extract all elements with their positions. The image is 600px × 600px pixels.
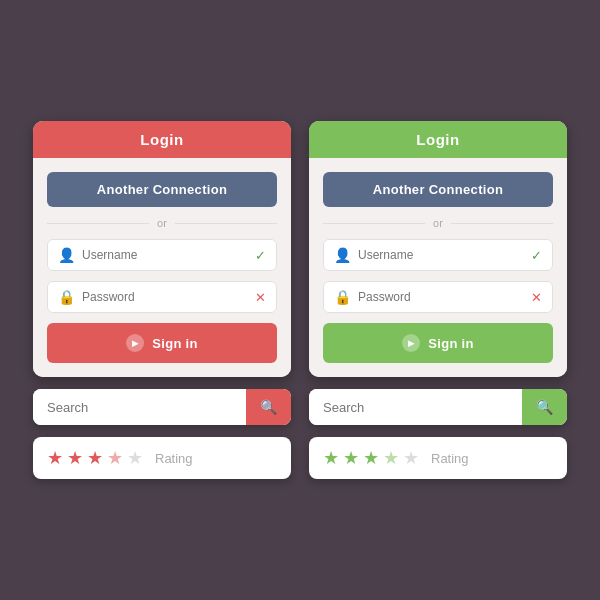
- left-search-button[interactable]: 🔍: [246, 389, 291, 425]
- right-lock-icon: 🔒: [334, 289, 350, 305]
- left-play-icon: ▶: [126, 334, 144, 352]
- left-star-3: ★: [87, 447, 103, 469]
- right-username-field: 👤 ✓: [323, 239, 553, 271]
- right-column: Login Another Connection or 👤 ✓ 🔒 ✕ ▶: [309, 121, 567, 479]
- right-username-input[interactable]: [358, 248, 523, 262]
- left-search-bar: 🔍: [33, 389, 291, 425]
- right-star-4: ★: [383, 447, 399, 469]
- right-rating-label: Rating: [431, 451, 469, 466]
- left-star-4: ★: [107, 447, 123, 469]
- right-sign-in-label: Sign in: [428, 336, 473, 351]
- main-container: Login Another Connection or 👤 ✓ 🔒 ✕ ▶: [13, 101, 587, 499]
- left-username-input[interactable]: [82, 248, 247, 262]
- right-star-3: ★: [363, 447, 379, 469]
- right-username-valid-icon: ✓: [531, 248, 542, 263]
- left-sign-in-label: Sign in: [152, 336, 197, 351]
- left-password-input[interactable]: [82, 290, 247, 304]
- right-search-input[interactable]: [309, 389, 522, 425]
- right-login-body: Another Connection or 👤 ✓ 🔒 ✕ ▶ Sign in: [309, 158, 567, 377]
- left-username-field: 👤 ✓: [47, 239, 277, 271]
- right-login-header: Login: [309, 121, 567, 158]
- right-or-text: or: [433, 217, 443, 229]
- left-password-field: 🔒 ✕: [47, 281, 277, 313]
- right-rating-bar: ★ ★ ★ ★ ★ Rating: [309, 437, 567, 479]
- left-column: Login Another Connection or 👤 ✓ 🔒 ✕ ▶: [33, 121, 291, 479]
- right-star-5: ★: [403, 447, 419, 469]
- right-search-icon: 🔍: [536, 399, 553, 415]
- right-search-bar: 🔍: [309, 389, 567, 425]
- left-star-5: ★: [127, 447, 143, 469]
- left-username-valid-icon: ✓: [255, 248, 266, 263]
- left-search-input[interactable]: [33, 389, 246, 425]
- right-password-invalid-icon: ✕: [531, 290, 542, 305]
- user-icon: 👤: [58, 247, 74, 263]
- left-another-connection-button[interactable]: Another Connection: [47, 172, 277, 207]
- left-login-body: Another Connection or 👤 ✓ 🔒 ✕ ▶ Sign in: [33, 158, 291, 377]
- right-sign-in-button[interactable]: ▶ Sign in: [323, 323, 553, 363]
- left-search-icon: 🔍: [260, 399, 277, 415]
- right-password-input[interactable]: [358, 290, 523, 304]
- left-rating-bar: ★ ★ ★ ★ ★ Rating: [33, 437, 291, 479]
- right-play-icon: ▶: [402, 334, 420, 352]
- left-login-header: Login: [33, 121, 291, 158]
- left-or-text: or: [157, 217, 167, 229]
- right-star-1: ★: [323, 447, 339, 469]
- right-user-icon: 👤: [334, 247, 350, 263]
- left-or-divider: or: [47, 217, 277, 229]
- right-login-card: Login Another Connection or 👤 ✓ 🔒 ✕ ▶: [309, 121, 567, 377]
- left-sign-in-button[interactable]: ▶ Sign in: [47, 323, 277, 363]
- right-another-connection-button[interactable]: Another Connection: [323, 172, 553, 207]
- right-password-field: 🔒 ✕: [323, 281, 553, 313]
- right-or-divider: or: [323, 217, 553, 229]
- left-star-2: ★: [67, 447, 83, 469]
- left-login-card: Login Another Connection or 👤 ✓ 🔒 ✕ ▶: [33, 121, 291, 377]
- left-rating-label: Rating: [155, 451, 193, 466]
- left-star-1: ★: [47, 447, 63, 469]
- right-star-2: ★: [343, 447, 359, 469]
- right-search-button[interactable]: 🔍: [522, 389, 567, 425]
- lock-icon: 🔒: [58, 289, 74, 305]
- left-password-invalid-icon: ✕: [255, 290, 266, 305]
